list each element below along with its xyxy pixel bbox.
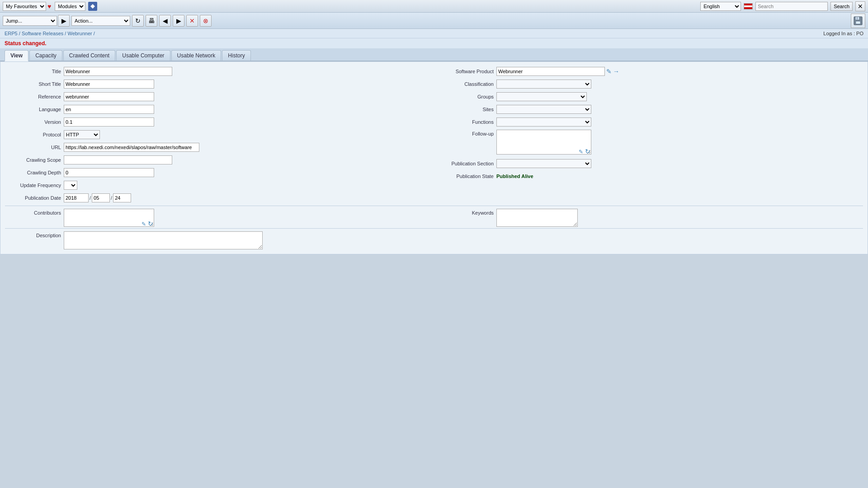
close-icon-btn[interactable]: ✕ [855, 1, 865, 11]
breadcrumb-webrunner[interactable]: Webrunner [67, 31, 92, 36]
lang-search-area: English Search ✕ [700, 1, 865, 11]
modules-select[interactable]: Modules [55, 2, 85, 11]
description-textarea[interactable] [64, 231, 263, 249]
contributors-edit-icon[interactable]: ✎ [142, 221, 146, 227]
modules-area: Modules [55, 2, 97, 11]
language-input[interactable] [64, 105, 154, 114]
status-message: Status changed. [5, 40, 47, 47]
language-select[interactable]: English [700, 2, 741, 11]
favourites-select[interactable]: My Favourites [3, 2, 46, 11]
floppy-icon [853, 16, 863, 26]
reference-row: Reference [5, 92, 430, 102]
breadcrumb-erp5[interactable]: ERP5 [5, 31, 18, 36]
search-button[interactable]: Search [830, 2, 853, 11]
publication-state-value: Published Alive [496, 174, 533, 179]
classification-label: Classification [438, 81, 496, 87]
tab-usable-network[interactable]: Usable Network [171, 50, 222, 61]
functions-select[interactable] [496, 117, 591, 127]
toolbar2: Jump... ▶ Action... ↻ 🖶 ◀ ▶ ✕ ⊗ [0, 13, 868, 29]
pub-date-month[interactable] [92, 193, 110, 202]
print-button[interactable]: 🖶 [146, 15, 157, 27]
update-frequency-label: Update Frequency [5, 183, 64, 188]
classification-row: Classification [438, 79, 863, 89]
breadcrumb-software-releases[interactable]: Software Releases [22, 31, 63, 36]
url-label: URL [5, 145, 64, 150]
software-product-link-icon[interactable]: ✎ [606, 68, 612, 75]
previous-button[interactable]: ◀ [159, 15, 171, 27]
pub-date-year[interactable] [64, 193, 89, 202]
publication-section-row: Publication Section [438, 159, 863, 169]
contributors-keywords-row: Contributors ✎ ↻ Keywords [5, 206, 863, 228]
update-frequency-select[interactable] [64, 181, 77, 190]
publication-state-row: Publication State Published Alive [438, 171, 863, 181]
sites-select[interactable] [496, 105, 591, 114]
action-select[interactable]: Action... [71, 16, 130, 26]
tab-history[interactable]: History [222, 50, 250, 61]
tab-view[interactable]: View [5, 50, 28, 61]
software-product-arrow-icon[interactable]: → [613, 68, 619, 75]
breadcrumb-bar: ERP5 / Software Releases / Webrunner / L… [0, 29, 868, 38]
keywords-textarea[interactable] [496, 209, 578, 227]
pub-date-day[interactable] [113, 193, 131, 202]
refresh-button[interactable]: ↻ [132, 15, 144, 27]
form-area: Title Short Title Reference Language Ver… [0, 61, 868, 254]
crawling-scope-row: Crawling Scope [5, 155, 430, 165]
version-input[interactable] [64, 117, 154, 127]
crawling-scope-input[interactable] [64, 155, 172, 164]
top-bar: My Favourites ♥ Modules English Search ✕ [0, 0, 868, 13]
follow-up-edit-icon[interactable]: ✎ [579, 149, 583, 155]
url-row: URL [5, 142, 430, 152]
tabs-bar: View Capacity Crawled Content Usable Com… [0, 48, 868, 61]
groups-select[interactable] [496, 92, 587, 101]
tab-capacity[interactable]: Capacity [29, 50, 62, 61]
save-button[interactable] [851, 14, 865, 28]
url-input[interactable] [64, 143, 199, 152]
svg-rect-2 [856, 21, 860, 24]
classification-select[interactable] [496, 80, 591, 89]
search-input[interactable] [755, 2, 828, 11]
keywords-col: Keywords [438, 209, 863, 228]
jump-area: Jump... ▶ [3, 15, 70, 27]
crawling-depth-row: Crawling Depth [5, 168, 430, 178]
follow-up-refresh-icon[interactable]: ↻ [585, 148, 590, 155]
description-row: Description [5, 228, 863, 249]
next-button[interactable]: ▶ [173, 15, 184, 27]
crawling-scope-label: Crawling Scope [5, 157, 64, 163]
favourites-area: My Favourites ♥ [3, 2, 51, 11]
erp5-nav-icon[interactable] [88, 2, 97, 11]
undo-button[interactable]: ⊗ [200, 15, 212, 27]
contributors-textarea[interactable] [64, 209, 154, 227]
language-label: Language [5, 107, 64, 112]
follow-up-textarea[interactable] [496, 130, 591, 155]
jump-select[interactable]: Jump... [3, 16, 57, 26]
title-input[interactable] [64, 67, 172, 76]
delete-button[interactable]: ✕ [186, 15, 198, 27]
publication-section-select[interactable] [496, 159, 591, 168]
protocol-select[interactable]: HTTP HTTPS FTP [64, 130, 100, 139]
publication-date-row: Publication Date / / [5, 193, 430, 203]
protocol-row: Protocol HTTP HTTPS FTP [5, 130, 430, 140]
jump-go-button[interactable]: ▶ [58, 15, 70, 27]
software-product-input[interactable] [496, 67, 605, 76]
follow-up-row: Follow-up ✎ ↻ [438, 130, 863, 156]
short-title-label: Short Title [5, 81, 64, 87]
contributors-refresh-icon[interactable]: ↻ [148, 220, 153, 227]
publication-date-label: Publication Date [5, 195, 64, 201]
software-product-label: Software Product [438, 69, 496, 74]
contributors-col: Contributors ✎ ↻ [5, 209, 430, 228]
date-inputs: / / [64, 193, 131, 202]
version-row: Version [5, 117, 430, 127]
follow-up-label: Follow-up [438, 130, 496, 136]
form-left-col: Title Short Title Reference Language Ver… [5, 66, 430, 206]
form-right-col: Software Product ✎ → Classification Grou… [438, 66, 863, 206]
form-columns: Title Short Title Reference Language Ver… [5, 66, 863, 206]
heart-icon[interactable]: ♥ [47, 3, 51, 10]
status-bar: Status changed. [0, 38, 868, 48]
tab-crawled-content[interactable]: Crawled Content [63, 50, 115, 61]
crawling-depth-input[interactable] [64, 168, 154, 177]
functions-row: Functions [438, 117, 863, 127]
tab-usable-computer[interactable]: Usable Computer [116, 50, 170, 61]
short-title-input[interactable] [64, 80, 154, 89]
crawling-depth-label: Crawling Depth [5, 170, 64, 175]
reference-input[interactable] [64, 92, 154, 101]
